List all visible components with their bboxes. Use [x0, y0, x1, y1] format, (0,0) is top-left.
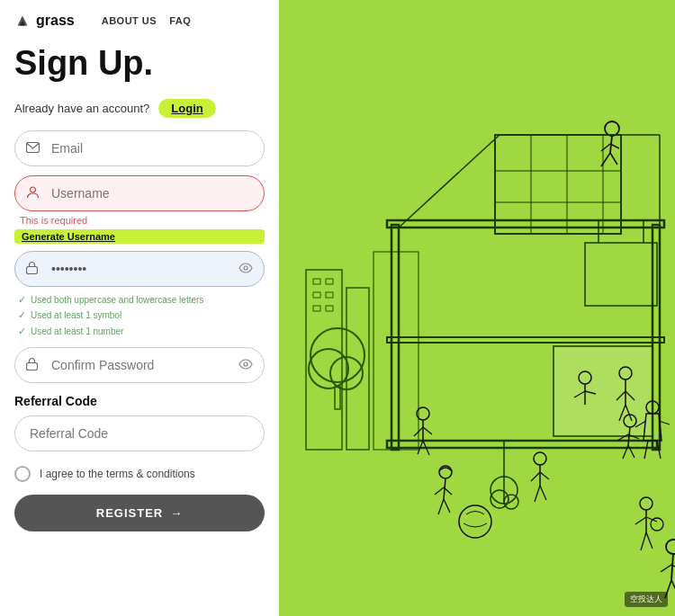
confirm-password-input[interactable]: [14, 347, 265, 383]
terms-label: I agree to the terms & conditions: [40, 468, 195, 480]
username-error: This is required: [14, 215, 265, 226]
register-arrow: →: [170, 506, 183, 520]
username-input[interactable]: [14, 175, 265, 211]
svg-rect-42: [554, 346, 652, 436]
nav-links: ABOUT US FAQ: [102, 15, 192, 26]
hint-check-3: ✓: [18, 324, 26, 340]
email-field-wrap: [14, 130, 265, 166]
nav-bar: grass ABOUT US FAQ: [0, 0, 279, 38]
email-input[interactable]: [14, 130, 265, 166]
watermark: 空投达人: [625, 592, 668, 607]
hint-check-1: ✓: [18, 292, 26, 308]
password-hints: ✓ Used both uppercase and lowercase lett…: [14, 292, 265, 340]
username-field-wrap: [14, 175, 265, 211]
terms-row: I agree to the terms & conditions: [14, 466, 265, 482]
svg-rect-8: [279, 0, 675, 616]
confirm-password-toggle-icon[interactable]: [238, 358, 253, 372]
logo: grass: [14, 13, 75, 29]
register-button[interactable]: REGISTER →: [14, 495, 265, 531]
referral-input[interactable]: [14, 415, 265, 451]
confirm-password-field-wrap: [14, 347, 265, 383]
right-panel: 空投达人: [279, 0, 675, 616]
form-area: Sign Up. Already have an account? Login: [0, 38, 279, 546]
illustration: [279, 0, 675, 616]
logo-icon: [14, 13, 31, 29]
hint-text-3: Used at least 1 number: [31, 325, 123, 339]
password-input[interactable]: [14, 251, 265, 287]
svg-point-5: [244, 266, 248, 270]
page-title: Sign Up.: [14, 45, 265, 83]
svg-point-7: [244, 362, 248, 366]
login-button[interactable]: Login: [158, 99, 215, 118]
hint-text-2: Used at least 1 symbol: [31, 308, 122, 323]
generate-username-link[interactable]: Generate Username: [14, 229, 265, 244]
logo-text: grass: [36, 13, 75, 29]
terms-checkbox[interactable]: [14, 466, 31, 482]
hint-check-2: ✓: [18, 308, 26, 324]
register-label: REGISTER: [96, 506, 163, 520]
account-row: Already have an account? Login: [14, 99, 265, 118]
nav-faq[interactable]: FAQ: [169, 15, 191, 26]
referral-field-wrap: [14, 415, 265, 451]
hint-item-1: ✓ Used both uppercase and lowercase lett…: [18, 292, 265, 308]
hint-text-1: Used both uppercase and lowercase letter…: [31, 293, 203, 308]
password-field-wrap: [14, 251, 265, 287]
left-panel: grass ABOUT US FAQ Sign Up. Already have…: [0, 0, 279, 616]
hint-item-3: ✓ Used at least 1 number: [18, 324, 265, 340]
nav-about[interactable]: ABOUT US: [102, 15, 157, 26]
password-toggle-icon[interactable]: [238, 262, 253, 276]
hint-item-2: ✓ Used at least 1 symbol: [18, 308, 265, 324]
account-prompt: Already have an account?: [14, 102, 149, 115]
referral-label: Referral Code: [14, 394, 265, 408]
